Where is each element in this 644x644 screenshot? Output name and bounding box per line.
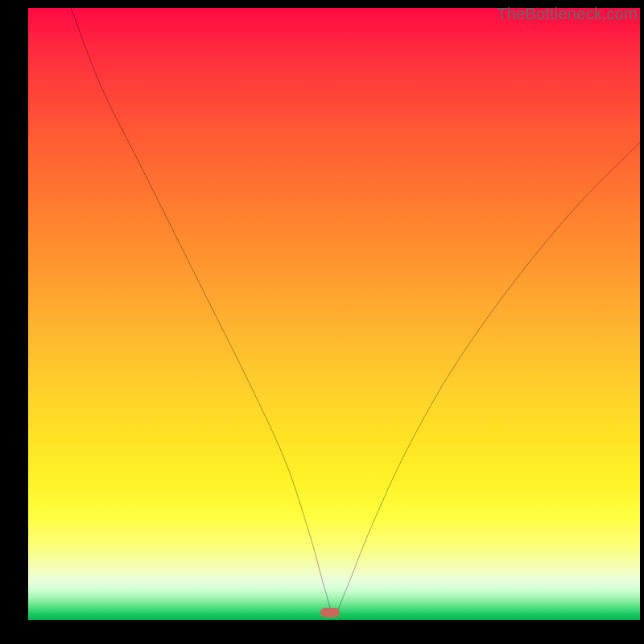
watermark-text: TheBottleneck.com — [497, 5, 638, 23]
optimum-marker — [320, 608, 340, 617]
bottleneck-curve — [28, 8, 640, 620]
chart-canvas: TheBottleneck.com — [0, 0, 644, 644]
plot-area — [28, 8, 640, 620]
